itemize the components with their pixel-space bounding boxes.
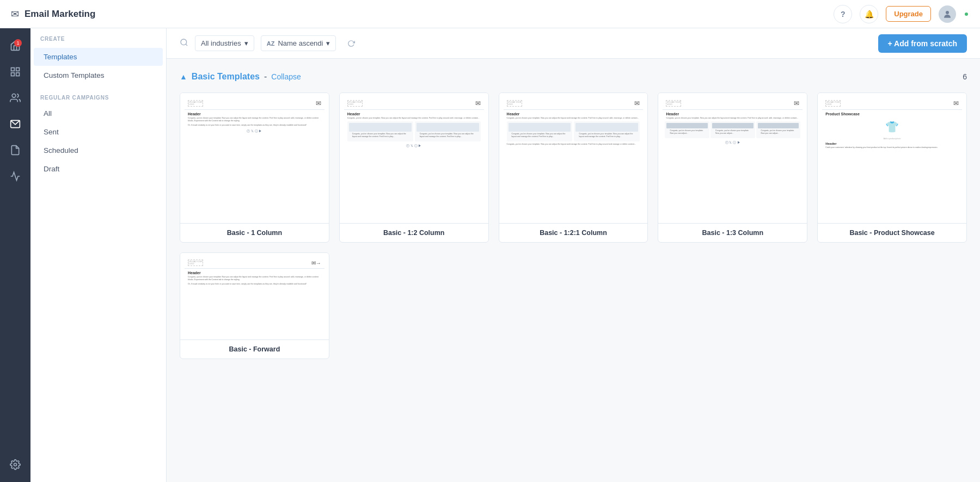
search-icon: [180, 38, 188, 49]
template-preview-1col: UPLOAD YOURLOGO ✉ Header Congrats, you'v…: [180, 93, 329, 224]
template-name-product: Basic - Product Showcase: [818, 224, 966, 242]
svg-rect-2: [16, 68, 20, 71]
chevron-down-icon: ▾: [244, 39, 248, 47]
template-name-forward: Basic - Forward: [180, 340, 329, 359]
template-name-12col: Basic - 1:2 Column: [340, 224, 488, 242]
online-indicator: [964, 11, 969, 17]
template-preview-121col: UPLOAD YOURLOGO ✉ Header Congrats, you'v…: [499, 93, 648, 224]
sort-dropdown[interactable]: AZ Name ascendi ▾: [261, 35, 336, 51]
template-card-forward[interactable]: UPLOAD YOURLOGO ✉→ Header Congrats, you'…: [180, 252, 329, 359]
svg-point-8: [181, 39, 187, 45]
svg-point-0: [946, 11, 949, 14]
nav-icon-settings[interactable]: [4, 454, 26, 475]
section-header: ▲ Basic Templates - Collapse 6: [180, 72, 967, 82]
nav-icon-campaigns[interactable]: [4, 61, 26, 83]
avatar[interactable]: [939, 5, 956, 23]
template-card-13col[interactable]: UPLOAD YOURLOGO ✉ Header Congrats, you'v…: [658, 92, 807, 243]
refresh-button[interactable]: [342, 35, 360, 52]
nav-icon-forms[interactable]: [4, 139, 26, 161]
sidebar-item-sent[interactable]: Sent: [34, 123, 163, 141]
nav-icon-contacts[interactable]: [4, 87, 26, 109]
template-card-1col[interactable]: UPLOAD YOURLOGO ✉ Header Congrats, you'v…: [180, 92, 329, 243]
sidebar-create-section: CREATE: [30, 28, 166, 47]
template-preview-product: UPLOAD YOURLOGO ✉ Product Showcase 👕 Add…: [818, 93, 966, 224]
industry-filter[interactable]: All industries ▾: [195, 35, 254, 51]
sidebar-item-templates[interactable]: Templates: [34, 48, 163, 66]
sort-az-icon: AZ: [267, 40, 275, 47]
notification-badge: 1: [14, 39, 22, 47]
template-name-1col: Basic - 1 Column: [180, 224, 329, 242]
section-title: Basic Templates: [192, 72, 260, 82]
template-preview-forward: UPLOAD YOURLOGO ✉→ Header Congrats, you'…: [180, 253, 329, 340]
upgrade-button[interactable]: Upgrade: [886, 6, 931, 22]
sidebar: CREATE Templates Custom Templates REGULA…: [30, 28, 167, 482]
icon-bar: 1: [0, 28, 30, 482]
template-grid-row1: UPLOAD YOURLOGO ✉ Header Congrats, you'v…: [180, 92, 967, 243]
header-right: ? 🔔 Upgrade: [834, 5, 969, 23]
sidebar-item-all[interactable]: All: [34, 104, 163, 122]
svg-point-7: [14, 464, 17, 466]
svg-rect-3: [11, 73, 15, 76]
nav-icon-analytics[interactable]: [4, 165, 26, 187]
notifications-button[interactable]: 🔔: [860, 5, 878, 23]
template-preview-12col: UPLOAD YOURLOGO ✉ Header Congrats, you'v…: [340, 93, 488, 224]
global-header: ✉ Email Marketing ? 🔔 Upgrade: [0, 0, 980, 28]
collapse-arrow-icon[interactable]: ▲: [180, 72, 187, 81]
sidebar-item-scheduled[interactable]: Scheduled: [34, 141, 163, 159]
app-title: Email Marketing: [24, 9, 95, 20]
template-grid-row2: UPLOAD YOURLOGO ✉→ Header Congrats, you'…: [180, 252, 967, 359]
svg-line-9: [186, 44, 187, 46]
svg-rect-4: [16, 73, 20, 76]
template-card-121col[interactable]: UPLOAD YOURLOGO ✉ Header Congrats, you'v…: [499, 92, 648, 243]
nav-icon-home[interactable]: 1: [4, 35, 26, 57]
content-area: ▲ Basic Templates - Collapse 6 UPLOAD YO…: [167, 59, 980, 482]
collapse-link[interactable]: Collapse: [271, 72, 301, 81]
top-bar: All industries ▾ AZ Name ascendi ▾ + Add…: [167, 28, 980, 59]
app-logo-icon: ✉: [11, 8, 19, 20]
template-preview-13col: UPLOAD YOURLOGO ✉ Header Congrats, you'v…: [658, 93, 807, 224]
header-left: ✉ Email Marketing: [11, 8, 95, 20]
section-dash: -: [264, 72, 267, 82]
add-from-scratch-button[interactable]: + Add from scratch: [878, 34, 967, 53]
template-name-13col: Basic - 1:3 Column: [658, 224, 807, 242]
sidebar-item-draft[interactable]: Draft: [34, 160, 163, 178]
sort-label: Name ascendi: [278, 39, 323, 47]
main-content: All industries ▾ AZ Name ascendi ▾ + Add…: [167, 28, 980, 482]
svg-rect-1: [11, 68, 15, 71]
template-card-product[interactable]: UPLOAD YOURLOGO ✉ Product Showcase 👕 Add…: [817, 92, 967, 243]
regular-campaigns-label: REGULAR CAMPAIGNS: [30, 85, 166, 104]
section-count: 6: [963, 72, 967, 81]
industry-filter-label: All industries: [201, 39, 241, 47]
sidebar-item-custom-templates[interactable]: Custom Templates: [34, 66, 163, 84]
svg-point-5: [12, 94, 16, 98]
help-button[interactable]: ?: [834, 5, 852, 23]
create-label: CREATE: [40, 36, 156, 42]
template-name-121col: Basic - 1:2:1 Column: [499, 224, 648, 242]
sort-chevron-icon: ▾: [326, 39, 330, 47]
template-card-12col[interactable]: UPLOAD YOURLOGO ✉ Header Congrats, you'v…: [339, 92, 489, 243]
nav-icon-email[interactable]: [4, 113, 26, 135]
